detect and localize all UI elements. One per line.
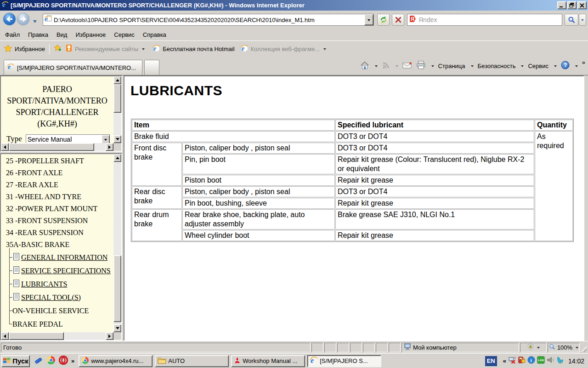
sidebar-link-service-specifications[interactable]: SERVICE SPECIFICATIONS: [21, 267, 111, 275]
scroll-thumb[interactable]: [113, 255, 121, 322]
search-button[interactable]: [565, 14, 578, 26]
scroll-left-button[interactable]: [1, 143, 9, 151]
nav-history-dropdown[interactable]: [32, 17, 37, 26]
scroll-down-button[interactable]: [113, 135, 121, 143]
active-tab[interactable]: e [S/M]PAJERO SPORT/NATIVA/MONTERO...: [4, 60, 142, 75]
safety-dropdown[interactable]: [521, 65, 524, 69]
taskbar-task-workshop-manual[interactable]: Workshop Manual ...: [231, 355, 305, 367]
select-dropdown-button[interactable]: [102, 135, 110, 143]
quicklaunch-overflow-chevron[interactable]: »: [71, 357, 74, 364]
help-icon[interactable]: ?: [561, 61, 570, 71]
chapter-item[interactable]: 32 -POWER PLANT MOUNT: [6, 203, 113, 215]
sidebar-top-vscrollbar[interactable]: [113, 76, 121, 143]
forward-button[interactable]: [17, 12, 30, 26]
sidebar-link-general-information[interactable]: GENERAL INFORMATION: [21, 253, 107, 262]
tray-network-icon[interactable]: [508, 356, 516, 366]
new-tab-stub[interactable]: [144, 60, 159, 75]
scroll-thumb[interactable]: [113, 84, 121, 113]
resize-grip[interactable]: [581, 343, 587, 352]
type-select[interactable]: Service Manual: [26, 134, 110, 143]
quicklaunch-opera-icon[interactable]: [59, 356, 68, 367]
rss-icon[interactable]: [382, 61, 390, 71]
home-dropdown[interactable]: [375, 65, 378, 69]
scroll-right-button[interactable]: [106, 143, 113, 151]
menu-view[interactable]: Вид: [52, 29, 72, 40]
language-indicator[interactable]: EN: [485, 356, 497, 366]
taskbar-task-auto-folder[interactable]: AUTO: [155, 355, 229, 367]
taskbar-clock[interactable]: 14:02: [568, 357, 584, 365]
help-dropdown[interactable]: [575, 65, 578, 69]
webslice-gallery-button[interactable]: Коллекция веб-фрагме...: [251, 46, 320, 52]
minimize-button[interactable]: [557, 1, 566, 9]
refresh-button[interactable]: [377, 14, 390, 26]
zoom-panel[interactable]: 100%: [548, 343, 580, 352]
scroll-right-button[interactable]: [106, 332, 113, 340]
tools-menu[interactable]: Сервис: [528, 63, 548, 69]
webslice-dropdown[interactable]: [323, 48, 326, 52]
home-icon[interactable]: [360, 61, 369, 71]
scroll-up-button[interactable]: [113, 154, 121, 162]
scroll-left-button[interactable]: [1, 332, 9, 340]
sidebar-item-on-vehicle-service[interactable]: ON-VEHICLE SERVICE: [12, 307, 89, 315]
sidebar-link-special-tools[interactable]: SPECIAL TOOL(S): [21, 293, 81, 302]
search-box[interactable]: Я Яndex: [407, 14, 562, 26]
protected-mode-panel[interactable]: [520, 343, 547, 352]
tray-info-icon[interactable]: i: [527, 356, 535, 366]
menu-favorites[interactable]: Избранное: [71, 29, 110, 40]
close-button[interactable]: [577, 1, 587, 9]
start-button[interactable]: Пуск: [1, 355, 30, 367]
back-button[interactable]: [3, 12, 16, 26]
suggested-sites-button[interactable]: Рекомендуемые сайты: [75, 46, 138, 52]
chapter-item[interactable]: 27 -REAR AXLE: [6, 179, 113, 191]
safety-menu[interactable]: Безопасность: [478, 63, 516, 69]
favorites-star-icon[interactable]: [4, 44, 12, 54]
tools-dropdown[interactable]: [554, 65, 557, 69]
menu-tools[interactable]: Сервис: [110, 29, 139, 40]
taskbar-task-pajero4x4[interactable]: www.pajero4x4.ru...: [79, 355, 153, 367]
scroll-thumb[interactable]: [9, 143, 94, 151]
sidebar-bottom-vscrollbar[interactable]: [113, 154, 121, 332]
zoom-dropdown[interactable]: [576, 347, 578, 350]
rss-dropdown[interactable]: [396, 65, 398, 69]
suggested-sites-dropdown[interactable]: [142, 48, 145, 52]
add-favorites-bar-icon[interactable]: [54, 44, 63, 54]
scroll-thumb[interactable]: [9, 332, 64, 340]
quicklaunch-pen-icon[interactable]: [34, 356, 43, 367]
address-field[interactable]: e D:\Avtotools\10PAJERO SPORT\SERVICE\00…: [43, 14, 374, 26]
mail-icon[interactable]: [402, 62, 412, 70]
page-menu[interactable]: Страница: [438, 63, 465, 69]
zone-dropdown[interactable]: [537, 347, 540, 350]
quicklaunch-chrome-icon[interactable]: [46, 356, 56, 367]
chapter-item[interactable]: 31 -WHEEL AND TYRE: [6, 191, 113, 203]
menu-help[interactable]: Справка: [139, 29, 170, 40]
address-dropdown[interactable]: [364, 14, 373, 25]
sidebar-bottom-hscrollbar[interactable]: [1, 332, 113, 340]
chapter-item[interactable]: 26 -FRONT AXLE: [6, 167, 113, 179]
stop-button[interactable]: [392, 14, 404, 26]
scroll-up-button[interactable]: [113, 76, 121, 84]
menu-file[interactable]: Файл: [1, 29, 24, 40]
menu-edit[interactable]: Правка: [24, 29, 52, 40]
tray-chevron[interactable]: «: [503, 357, 506, 364]
chapter-item[interactable]: 35A-BASIC BRAKE: [6, 239, 113, 251]
page-dropdown[interactable]: [471, 65, 474, 69]
sidebar-item-brake-pedal[interactable]: BRAKE PEDAL: [12, 320, 63, 328]
chapter-item[interactable]: 25 -PROPELLER SHAFT: [6, 155, 113, 167]
search-options-dropdown[interactable]: [579, 14, 586, 26]
print-icon[interactable]: [416, 61, 426, 71]
chapter-item[interactable]: 34 -REAR SUSPENSION: [6, 227, 113, 239]
restore-button[interactable]: [567, 1, 577, 9]
tray-volume-icon[interactable]: [547, 356, 554, 366]
chapter-item[interactable]: 33 -FRONT SUSPENSION: [6, 215, 113, 227]
taskbar-task-pajero-active[interactable]: e [S/M]PAJERO S...: [307, 355, 381, 367]
hotmail-link[interactable]: Бесплатная почта Hotmail: [163, 46, 234, 52]
tray-lan-icon[interactable]: LAN: [537, 356, 545, 366]
scroll-down-button[interactable]: [113, 324, 121, 332]
sidebar-top-hscrollbar[interactable]: [1, 143, 113, 151]
tray-download-icon[interactable]: [556, 356, 565, 366]
sidebar-link-lubricants[interactable]: LUBRICANTS: [21, 280, 67, 288]
favorites-button[interactable]: Избранное: [15, 46, 45, 52]
print-dropdown[interactable]: [431, 65, 434, 69]
tray-security-icon[interactable]: [518, 356, 526, 366]
toolbar-overflow-chevron[interactable]: »: [582, 59, 585, 66]
